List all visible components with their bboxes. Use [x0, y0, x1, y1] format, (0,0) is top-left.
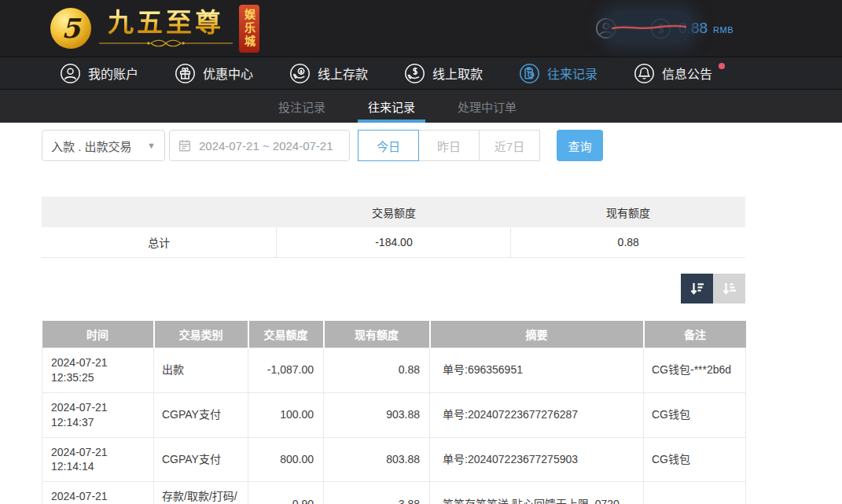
cell-time: 2024-07-21 12:14:03 [42, 482, 154, 504]
brand-name: 九五至尊 [108, 9, 224, 37]
user-icon [60, 63, 81, 84]
cell-time: 2024-07-21 12:14:37 [42, 392, 154, 437]
col-header-time: 时间 [42, 321, 154, 348]
nav-label: 往来记录 [547, 64, 597, 83]
date-range-value: 2024-07-21 ~ 2024-07-21 [199, 139, 333, 153]
cell-summary: 单号:202407223677276287 [430, 392, 644, 437]
summary-header-blank [42, 197, 277, 227]
search-button[interactable]: 查询 [557, 130, 603, 161]
cell-time: 2024-07-21 12:14:14 [42, 437, 154, 482]
transaction-type-select[interactable]: 入款 . 出款交易 ▼ [42, 130, 165, 161]
nav-label: 优惠中心 [203, 64, 253, 83]
summary-header-transaction-amount: 交易额度 [277, 197, 511, 227]
cell-summary: 单号:202407223677275903 [430, 437, 644, 482]
redaction-scribble [609, 18, 688, 35]
main-navigation: 我的账户 优惠中心 线上存款 线上取款 往来记录 信息公告 [0, 57, 842, 90]
cell-amount: 100.00 [248, 392, 324, 437]
table-row: 2024-07-21 12:14:03 存款/取款/打码/损益 0.90 3.8… [42, 482, 746, 504]
bell-icon [634, 63, 655, 84]
col-header-type: 交易类别 [154, 321, 248, 348]
sort-ascending-icon [720, 279, 739, 298]
sort-controls [42, 274, 745, 304]
logo-badge: 娱乐城 [239, 5, 259, 53]
cell-amount: 0.90 [248, 482, 324, 504]
notification-dot [719, 63, 725, 69]
selected-option: 入款 . 出款交易 [51, 138, 132, 154]
calendar-icon [178, 138, 192, 153]
nav-item-deposit[interactable]: 线上存款 [289, 63, 368, 84]
logo-monogram: 5 [50, 8, 91, 49]
col-header-amount: 交易额度 [248, 321, 324, 348]
deposit-coin-hand-icon [289, 63, 311, 84]
tab-pending-orders[interactable]: 处理中订单 [447, 90, 527, 123]
brand-logo[interactable]: 5 九五至尊 娱乐城 [50, 5, 259, 53]
cell-note: CG钱包 [644, 392, 746, 437]
redacted-username [605, 10, 693, 43]
summary-transaction-total: -184.00 [277, 227, 511, 257]
nav-item-promotions[interactable]: 优惠中心 [175, 63, 253, 84]
summary-total-label: 总计 [42, 227, 277, 257]
col-header-summary: 摘要 [430, 321, 644, 348]
summary-current-total: 0.88 [511, 227, 745, 257]
col-header-note: 备注 [644, 321, 746, 348]
withdraw-dollar-hand-icon [404, 63, 425, 84]
chevron-down-icon: ▼ [147, 141, 156, 150]
records-clipboard-icon [519, 63, 540, 84]
record-subtabs: 投注记录 往来记录 处理中订单 [0, 90, 842, 123]
quick-date-buttons: 今日 昨日 近7日 [358, 130, 540, 161]
cell-type: CGPAY支付 [154, 437, 248, 482]
cell-time: 2024-07-21 12:35:25 [42, 348, 154, 393]
tab-betting-records[interactable]: 投注记录 [268, 90, 336, 123]
cell-balance: 3.88 [324, 482, 430, 504]
summary-total-row: 总计 -184.00 0.88 [42, 227, 745, 257]
nav-label: 我的账户 [88, 64, 138, 83]
yesterday-button[interactable]: 昨日 [418, 130, 480, 161]
today-button[interactable]: 今日 [358, 130, 419, 161]
cell-amount: 800.00 [248, 437, 324, 482]
nav-item-my-account[interactable]: 我的账户 [60, 63, 138, 84]
filter-bar: 入款 . 出款交易 ▼ 2024-07-21 ~ 2024-07-21 今日 昨… [42, 130, 745, 161]
cell-summary: 单号:696356951 [430, 348, 644, 393]
balance-currency: RMB [713, 22, 734, 35]
last7days-button[interactable]: 近7日 [479, 130, 540, 161]
cell-note [644, 482, 746, 504]
cell-type: 出款 [154, 348, 248, 393]
tab-transaction-records[interactable]: 往来记录 [358, 90, 425, 123]
content-area: 入款 . 出款交易 ▼ 2024-07-21 ~ 2024-07-21 今日 昨… [42, 130, 745, 504]
nav-label: 信息公告 [662, 64, 712, 83]
nav-item-announcements[interactable]: 信息公告 [634, 63, 726, 84]
summary-header-row: 交易额度 现有额度 [42, 197, 745, 227]
nav-label: 线上取款 [432, 64, 483, 83]
cell-balance: 903.88 [324, 392, 430, 437]
flourish-ornament-icon [99, 39, 233, 48]
cell-note: CG钱包-***2b6d [644, 348, 746, 393]
summary-table: 交易额度 现有额度 总计 -184.00 0.88 [42, 197, 745, 258]
sort-ascending-button[interactable] [713, 274, 745, 304]
top-header: 5 九五至尊 娱乐城 [0, 0, 842, 57]
user-account-area[interactable] [595, 17, 617, 39]
cell-note: CG钱包 [644, 437, 746, 482]
summary-header-current-amount: 现有额度 [511, 197, 745, 227]
records-table: 时间 交易类别 交易额度 现有额度 摘要 备注 2024-07-21 12:35… [42, 321, 746, 504]
nav-item-transaction-records[interactable]: 往来记录 [519, 63, 597, 84]
cell-summary: 笔笔存笔笔送 贴心回馈无上限_0720 [430, 482, 644, 504]
sort-descending-icon [688, 279, 707, 298]
nav-item-withdraw[interactable]: 线上取款 [404, 63, 483, 84]
gift-icon [175, 63, 196, 84]
records-header-row: 时间 交易类别 交易额度 现有额度 摘要 备注 [42, 321, 746, 348]
nav-label: 线上存款 [318, 64, 368, 83]
table-row: 2024-07-21 12:35:25 出款 -1,087.00 0.88 单号… [42, 348, 746, 393]
table-row: 2024-07-21 12:14:37 CGPAY支付 100.00 903.8… [42, 392, 746, 437]
cell-amount: -1,087.00 [248, 348, 324, 393]
cell-type: CGPAY支付 [154, 392, 248, 437]
cell-balance: 803.88 [324, 437, 430, 482]
date-range-input[interactable]: 2024-07-21 ~ 2024-07-21 [169, 130, 350, 161]
cell-balance: 0.88 [324, 348, 430, 393]
cell-type: 存款/取款/打码/损益 [154, 482, 248, 504]
col-header-balance: 现有额度 [324, 321, 430, 348]
sort-descending-button[interactable] [681, 274, 713, 304]
table-row: 2024-07-21 12:14:14 CGPAY支付 800.00 803.8… [42, 437, 746, 482]
